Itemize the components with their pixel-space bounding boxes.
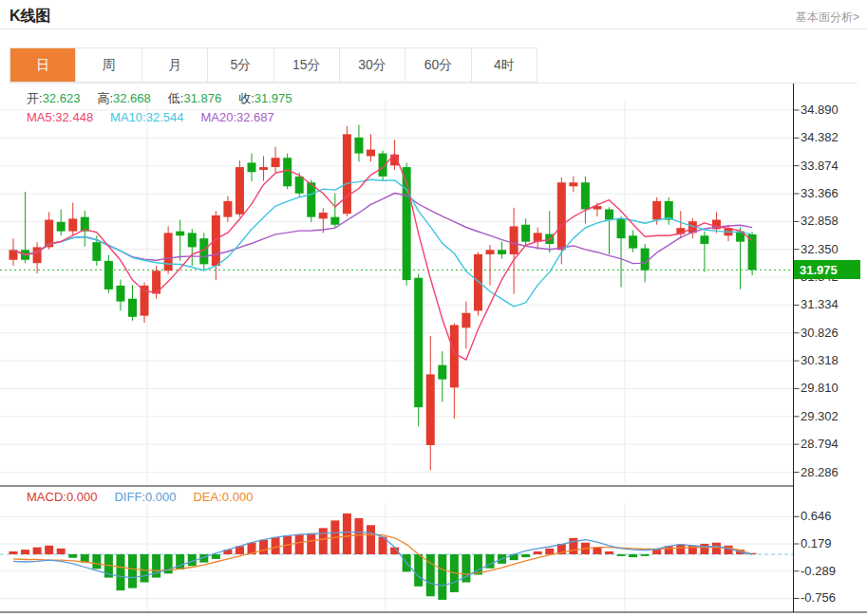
candles-layer [9,125,757,471]
axis-label: -0.289 [801,564,836,578]
candle-up [223,201,232,217]
candle-down [330,217,339,225]
axis-label: 32.858 [801,214,839,228]
candle-down [57,222,66,232]
candle-down [700,235,708,244]
ohlc-row-item: 低:31.876 [168,91,221,105]
axis-label: 30.318 [801,353,839,367]
candle-down [617,218,626,238]
candle-down [307,182,315,216]
candle-down [748,234,757,270]
macd-bar-up [652,550,661,554]
candle-down [92,242,101,261]
macd-bar-up [534,551,542,554]
axis-label: 29.810 [801,381,839,395]
macd-row-item: MACD:0.000 [27,490,97,504]
macd-bar-up [33,548,42,554]
macd-row-item: DEA:0.000 [193,490,253,504]
current-price-tag: 31.975 [794,260,860,279]
axis-label: 34.382 [801,130,839,144]
macd-bar-up [295,534,304,554]
macd-bar-up [545,549,554,554]
tab-60min[interactable]: 60分 [405,48,471,82]
tab-day[interactable]: 日 [10,48,76,82]
candle-up [462,313,470,328]
period-tab-bar: 日周月5分15分30分60分4时 [9,47,537,83]
tab-4hour[interactable]: 4时 [472,48,537,82]
candle-down [128,299,137,317]
macd-bar-down [68,554,77,558]
tab-week[interactable]: 周 [76,48,141,82]
candle-up [236,167,244,215]
macd-bar-down [176,554,184,569]
macd-legend-row: MACD:0.000DIFF:0.000DEA:0.000 [27,490,270,504]
macd-bar-up [319,528,328,554]
axis-label: 31.334 [801,297,839,311]
macd-bar-up [676,545,685,554]
candle-down [629,235,637,248]
candle-up [259,167,268,170]
candle-down [295,177,304,194]
candle-up [343,134,351,214]
candle-down [665,201,673,220]
macd-bar-up [21,550,29,554]
candle-down [248,162,256,172]
macd-bar-up [343,513,351,554]
candle-down [354,138,363,154]
tab-5min[interactable]: 5分 [208,48,273,82]
macd-bar-down [141,554,149,582]
macd-bar-up [57,549,66,554]
ma-row-item: MA5:32.448 [27,110,93,124]
candle-down [188,233,197,247]
macd-bar-up [307,533,315,554]
macd-bar-up [45,546,53,554]
candle-down [438,365,446,380]
axis-label: -0.756 [801,590,836,605]
ohlc-info-row: 开:32.623高:32.668低:31.876收:31.975 [27,90,310,107]
candle-down [176,232,184,236]
candle-down [104,261,113,289]
page-title: K线图 [9,7,51,27]
candle-up [569,182,577,186]
macd-bar-down [92,554,101,569]
macd-bar-up [605,551,613,554]
axis-label: 30.826 [801,326,839,340]
candle-down [641,249,650,271]
candle-up [486,250,495,254]
candle-up [367,150,375,157]
macd-bar-down [438,554,446,600]
candle-down [116,286,124,302]
candle-down [498,250,506,254]
tab-bar-underline [9,83,858,84]
candle-up [510,226,518,253]
macd-bar-down [521,554,530,557]
ma-row-item: MA20:32.687 [200,110,273,124]
macd-bar-up [272,537,280,554]
axis-label: 32.350 [801,242,839,256]
macd-bar-up [593,548,601,554]
tab-month[interactable]: 月 [142,48,208,82]
candle-up [164,233,173,271]
macd-bar-up [367,525,375,554]
macd-bar-down [641,554,650,556]
candle-up [319,213,328,218]
fundamental-analysis-link[interactable]: 基本面分析> [796,9,859,26]
kline-page: K线图 基本面分析> 日周月5分15分30分60分4时 开:32.623高:32… [0,0,867,616]
tab-15min[interactable]: 15分 [274,48,340,82]
candle-up [652,201,661,220]
ma-legend-row: MA5:32.448MA10:32.544MA20:32.687 [27,110,292,124]
candle-up [450,325,459,387]
macd-bar-down [116,554,124,590]
macd-bar-down [212,554,220,559]
ohlc-row-item: 高:32.668 [97,91,150,105]
macd-bar-down [414,554,423,587]
tab-30min[interactable]: 30分 [340,48,405,82]
macd-row-item: DIFF:0.000 [114,490,176,504]
ohlc-row-item: 收:31.975 [238,91,292,105]
candle-up [474,254,482,311]
axis-label: 29.302 [801,409,839,423]
candle-up [557,182,566,250]
candle-up [212,215,220,266]
candle-down [605,210,613,220]
axis-label: 33.366 [801,186,839,200]
